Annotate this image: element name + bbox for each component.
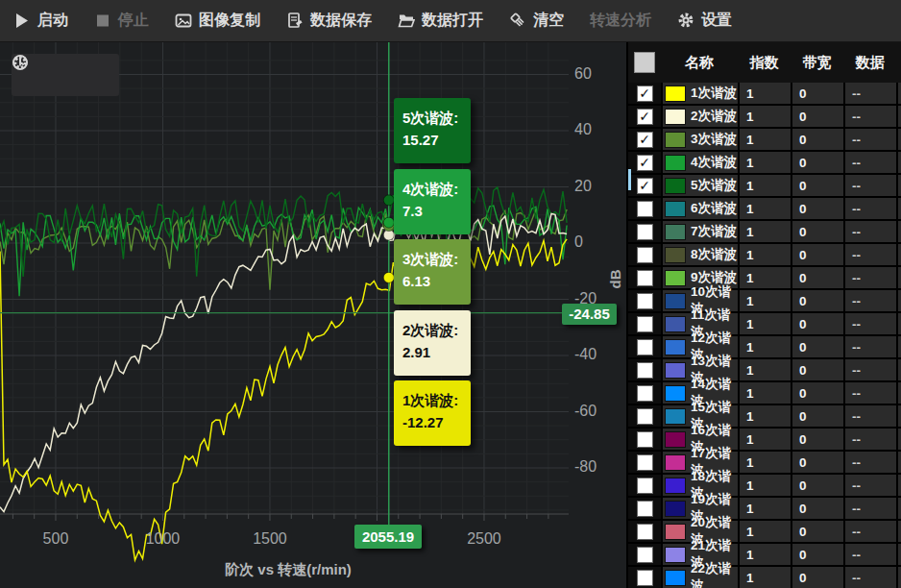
- harmonic-row[interactable]: ✓3次谐波10--: [628, 129, 901, 152]
- harmonic-row[interactable]: 19次谐波10--: [628, 498, 901, 521]
- row-checkbox[interactable]: [637, 454, 653, 471]
- harmonic-name: 3次谐波: [691, 131, 737, 148]
- harmonic-row[interactable]: ✓2次谐波10--: [628, 106, 901, 129]
- harmonic-index: 1: [740, 83, 792, 104]
- harmonic-data: --: [845, 290, 898, 311]
- harmonic-index: 1: [740, 498, 792, 519]
- column-header-bandwidth: 带宽: [791, 54, 843, 72]
- harmonic-bandwidth: 0: [792, 452, 845, 473]
- toolbar-item-clear[interactable]: 清空: [509, 11, 564, 31]
- toolbar-item-data-open[interactable]: 数据打开: [398, 11, 483, 31]
- harmonic-row[interactable]: ✓5次谐波10--: [628, 175, 901, 198]
- harmonic-row[interactable]: 11次谐波10--: [628, 313, 901, 336]
- series-color-swatch: [665, 316, 686, 332]
- harmonic-name: 7次谐波: [691, 223, 737, 240]
- row-checkbox[interactable]: [637, 408, 653, 425]
- row-checkbox[interactable]: [637, 270, 653, 286]
- toolbar-item-start[interactable]: 启动: [13, 11, 68, 31]
- harmonics-table-panel: 名称 指数 带宽 数据 ✓1次谐波10--✓2次谐波10--✓3次谐波10--✓…: [626, 42, 901, 588]
- row-checkbox[interactable]: ✓: [637, 155, 653, 171]
- harmonic-row[interactable]: 13次谐波10--: [628, 359, 901, 382]
- harmonic-bandwidth: 0: [792, 429, 845, 450]
- row-checkbox[interactable]: [637, 247, 653, 263]
- column-header-data: 数据: [843, 54, 896, 72]
- row-checkbox[interactable]: [637, 316, 653, 332]
- chart-tool-gear-adjust-button[interactable]: [87, 61, 114, 88]
- harmonic-index: 1: [740, 544, 792, 565]
- harmonic-row[interactable]: 10次谐波10--: [628, 290, 901, 313]
- toolbar: 启动停止图像复制数据保存数据打开清空转速分析设置: [0, 0, 901, 42]
- toolbar-item-settings[interactable]: 设置: [677, 11, 732, 31]
- harmonic-index: 1: [740, 382, 792, 404]
- series-color-swatch: [665, 385, 686, 402]
- stop-icon: [94, 12, 111, 30]
- harmonic-row[interactable]: 8次谐波10--: [628, 244, 901, 267]
- row-checkbox[interactable]: [637, 570, 653, 586]
- row-checkbox[interactable]: [637, 501, 653, 517]
- y-tick-label: 20: [574, 178, 622, 195]
- row-checkbox[interactable]: [637, 339, 653, 355]
- series-color-swatch: [665, 293, 686, 309]
- table-rows: ✓1次谐波10--✓2次谐波10--✓3次谐波10--✓4次谐波10--✓5次谐…: [628, 83, 901, 588]
- series-color-swatch: [665, 339, 686, 355]
- harmonic-row[interactable]: 18次谐波10--: [628, 475, 901, 498]
- select-all-checkbox[interactable]: [634, 52, 655, 73]
- row-checkbox[interactable]: [637, 478, 653, 494]
- harmonic-row[interactable]: 15次谐波10--: [628, 405, 901, 429]
- row-focus-indicator: [628, 169, 631, 190]
- harmonic-row[interactable]: 14次谐波10--: [628, 382, 901, 405]
- cursor-dot-4次谐波: [383, 217, 394, 228]
- row-checkbox[interactable]: [637, 524, 653, 540]
- harmonic-row[interactable]: 17次谐波10--: [628, 452, 901, 475]
- play-icon: [13, 12, 31, 30]
- harmonic-data: --: [845, 475, 898, 496]
- series-color-swatch: [665, 178, 686, 194]
- x-tick-label: 1000: [129, 530, 196, 548]
- row-checkbox[interactable]: ✓: [637, 86, 653, 102]
- row-checkbox[interactable]: [637, 293, 653, 309]
- harmonic-name: 2次谐波: [691, 108, 737, 125]
- tooltip-value: 7.3: [402, 200, 471, 222]
- tooltip-value: 6.13: [402, 270, 471, 292]
- y-tick-label: -40: [574, 346, 622, 363]
- harmonic-row[interactable]: ✓1次谐波10--: [628, 83, 901, 106]
- harmonic-row[interactable]: 7次谐波10--: [628, 221, 901, 244]
- row-checkbox[interactable]: [637, 547, 653, 563]
- harmonic-row[interactable]: 20次谐波10--: [628, 521, 901, 544]
- open-icon: [398, 12, 415, 30]
- row-checkbox[interactable]: ✓: [637, 178, 653, 194]
- toolbar-item-image-copy[interactable]: 图像复制: [175, 11, 260, 31]
- harmonic-row[interactable]: 22次谐波10--: [628, 567, 901, 588]
- tooltip-series-name: 5次谐波:: [402, 107, 471, 129]
- series-color-swatch: [665, 132, 686, 148]
- harmonic-row[interactable]: 9次谐波10--: [628, 267, 901, 290]
- harmonic-index: 1: [740, 244, 792, 265]
- row-checkbox[interactable]: [637, 362, 653, 379]
- chart-tool-dial-button[interactable]: [52, 61, 79, 88]
- row-checkbox[interactable]: ✓: [637, 132, 653, 148]
- toolbar-item-data-save[interactable]: 数据保存: [286, 11, 372, 31]
- harmonic-index: 1: [740, 405, 792, 427]
- chart-tooltip: 3次谐波:6.13: [394, 239, 471, 305]
- harmonic-row[interactable]: 21次谐波10--: [628, 544, 901, 567]
- harmonic-row[interactable]: 12次谐波10--: [628, 336, 901, 359]
- harmonic-data: --: [845, 544, 898, 565]
- row-checkbox[interactable]: [637, 201, 653, 217]
- cursor-x-value-label: 2055.19: [354, 525, 422, 549]
- toolbar-item-label: 清空: [533, 11, 564, 31]
- harmonic-name: 4次谐波: [691, 154, 737, 171]
- row-checkbox[interactable]: [637, 385, 653, 402]
- cursor-dot-5次谐波: [383, 195, 394, 206]
- order-analysis-chart[interactable]: [0, 42, 626, 588]
- chart-mini-toolbar: [12, 54, 119, 96]
- row-checkbox[interactable]: [637, 224, 653, 240]
- row-checkbox[interactable]: ✓: [637, 109, 653, 125]
- series-color-swatch: [665, 270, 686, 286]
- harmonic-row[interactable]: ✓4次谐波10--: [628, 152, 901, 175]
- tooltip-series-name: 2次谐波:: [402, 319, 471, 341]
- row-checkbox[interactable]: [637, 431, 653, 448]
- harmonic-row[interactable]: 6次谐波10--: [628, 198, 901, 221]
- series-color-swatch: [665, 524, 686, 540]
- harmonic-bandwidth: 0: [792, 359, 845, 380]
- harmonic-row[interactable]: 16次谐波10--: [628, 429, 901, 452]
